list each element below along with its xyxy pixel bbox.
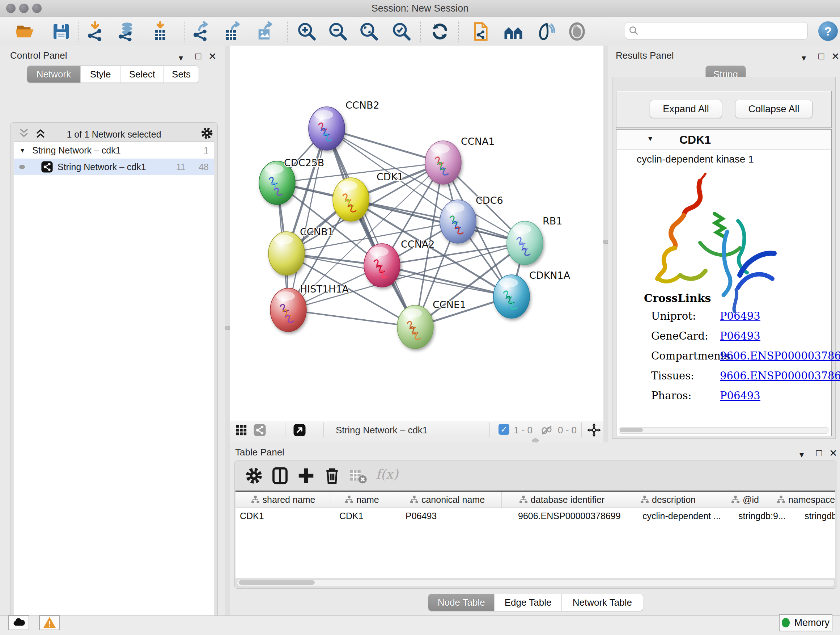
tab-sets[interactable]: Sets (164, 66, 199, 82)
left-splitter[interactable] (225, 46, 230, 616)
toolbar-separator (458, 21, 459, 42)
detach-view-icon[interactable] (293, 424, 306, 437)
column-header[interactable]: description (622, 492, 714, 508)
import-network-database-button[interactable] (116, 21, 136, 42)
tab-network[interactable]: Network (27, 66, 80, 82)
column-header[interactable]: database identifier (502, 492, 622, 508)
column-header[interactable]: namespace (776, 492, 835, 508)
save-session-button[interactable] (51, 21, 71, 42)
cell-shared-name[interactable]: CDK1 (235, 508, 335, 524)
table-settings-button[interactable] (244, 466, 264, 486)
column-header[interactable]: @id (714, 492, 776, 508)
expand-all-button[interactable]: Expand All (650, 100, 722, 118)
crosslink-link[interactable]: P06493 (720, 310, 760, 322)
string-home-button[interactable] (503, 21, 523, 42)
maximize-panel-icon[interactable]: □ (816, 448, 822, 459)
function-builder-button[interactable]: f(x) (376, 467, 398, 481)
export-image-button[interactable] (254, 21, 275, 42)
tab-select[interactable]: Select (120, 66, 164, 82)
table-hscrollbar[interactable] (237, 580, 835, 586)
network-collection-row[interactable]: ▾ String Network – cdk1 1 (14, 142, 214, 158)
network-edge-CCNE1-HIST1H1A[interactable] (288, 310, 415, 327)
cell-database-identifier[interactable]: 9606.ENSP00000378699 (514, 508, 638, 524)
cell-canonical-name[interactable]: P06493 (401, 508, 514, 524)
import-table-file-button[interactable] (150, 21, 171, 42)
zoom-selected-button[interactable] (392, 21, 412, 42)
cell-description[interactable]: cyclin-dependent ... (638, 508, 734, 524)
show-columns-button[interactable] (270, 466, 290, 486)
collapse-section-icon[interactable]: ▾ (648, 134, 652, 143)
network-node-RB1[interactable]: RB1 (507, 215, 562, 264)
scrollbar-thumb[interactable] (620, 428, 643, 432)
gear-icon[interactable] (200, 126, 214, 140)
network-node-HIST1H1A[interactable]: HIST1H1A (270, 283, 349, 332)
memory-button[interactable]: Memory (779, 614, 832, 631)
cell-name[interactable]: CDK1 (335, 508, 401, 524)
network-node-CDKN1A[interactable]: CDKN1A (493, 270, 570, 318)
float-panel-icon[interactable]: ▾ (799, 450, 804, 460)
refresh-view-button[interactable] (430, 21, 450, 42)
maximize-panel-icon[interactable]: □ (195, 51, 201, 62)
collection-expander-icon[interactable]: ▾ (21, 146, 24, 155)
network-edge-CCNB2-CCNE1[interactable] (327, 128, 415, 327)
tab-network-table[interactable]: Network Table (561, 594, 643, 611)
zoom-in-button[interactable] (297, 21, 317, 42)
table-row[interactable]: CDK1 CDK1 P06493 9606.ENSP00000378699 cy… (235, 508, 835, 524)
tab-style[interactable]: Style (80, 66, 120, 82)
network-node-CDC25B[interactable]: CDC25B (259, 157, 324, 204)
crosslink-link[interactable]: 9606.ENSP00000378699 (720, 350, 840, 362)
cell-id[interactable]: stringdb:9... (734, 508, 800, 524)
cloud-status-button[interactable] (8, 615, 29, 630)
network-row[interactable]: String Network – cdk1 11 48 (14, 158, 214, 175)
selected-checkbox-icon[interactable]: ✓ (499, 424, 509, 435)
cell-namespace[interactable]: stringdb (800, 508, 835, 524)
network-node-CCNA1[interactable]: CCNA1 (425, 136, 495, 184)
horizontal-splitter[interactable] (230, 439, 603, 442)
right-splitter[interactable] (603, 46, 608, 442)
results-hscrollbar[interactable] (619, 427, 829, 434)
crosslink-link[interactable]: P06493 (720, 390, 760, 402)
delete-table-button[interactable] (348, 466, 368, 486)
delete-column-button[interactable] (322, 466, 342, 486)
warning-status-button[interactable] (39, 615, 60, 630)
maximize-panel-icon[interactable]: □ (818, 51, 824, 62)
open-session-button[interactable] (14, 21, 35, 42)
help-button[interactable]: ? (818, 21, 838, 41)
close-panel-icon[interactable]: ✕ (829, 448, 837, 459)
float-panel-icon[interactable]: ▾ (179, 53, 183, 63)
network-node-CCNB1[interactable]: CCNB1 (268, 226, 334, 275)
crosslink-link[interactable]: P06493 (720, 330, 760, 342)
export-network-button[interactable] (191, 21, 211, 42)
close-panel-icon[interactable]: ✕ (831, 51, 840, 62)
control-panel-tabs: Network Style Select Sets (27, 65, 199, 83)
scrollbar-thumb[interactable] (239, 580, 315, 585)
create-column-button[interactable] (296, 466, 316, 486)
import-network-file-button[interactable] (85, 21, 105, 42)
hidden-eye-icon[interactable] (540, 424, 553, 436)
network-node-CCNE1[interactable]: CCNE1 (397, 299, 466, 348)
zoom-fit-button[interactable] (359, 21, 379, 42)
network-edge-CCNB2-HIST1H1A[interactable] (288, 128, 327, 310)
enable-disable-button[interactable] (567, 21, 587, 42)
grid-mode-icon[interactable] (235, 424, 248, 436)
status-bar: Memory (0, 616, 840, 635)
export-table-button[interactable] (222, 21, 242, 42)
float-panel-icon[interactable]: ▾ (802, 53, 806, 63)
search-input[interactable] (643, 25, 807, 36)
birdseye-icon[interactable] (587, 423, 601, 437)
column-header[interactable]: name (331, 492, 393, 508)
crosslink-link[interactable]: 9606.ENSP00000378699 (720, 370, 840, 382)
collapse-all-button[interactable]: Collapse All (735, 100, 813, 118)
tab-edge-table[interactable]: Edge Table (494, 594, 561, 611)
network-node-CCNB2[interactable]: CCNB2 (309, 100, 379, 150)
gene-card-header[interactable]: ▾ CDK1 (617, 130, 831, 149)
network-canvas[interactable]: CCNB2CCNA1CDC25BCDK1CDC6RB1CCNB1CCNA2CDK… (230, 46, 603, 421)
tab-node-table[interactable]: Node Table (428, 594, 494, 611)
show-hide-details-button[interactable] (536, 21, 556, 42)
share-view-icon[interactable] (253, 424, 266, 437)
zoom-out-button[interactable] (328, 21, 348, 42)
close-panel-icon[interactable]: ✕ (208, 51, 217, 62)
column-header[interactable]: canonical name (393, 492, 502, 508)
column-header[interactable]: shared name (235, 492, 331, 508)
import-string-network-button[interactable] (471, 21, 491, 42)
